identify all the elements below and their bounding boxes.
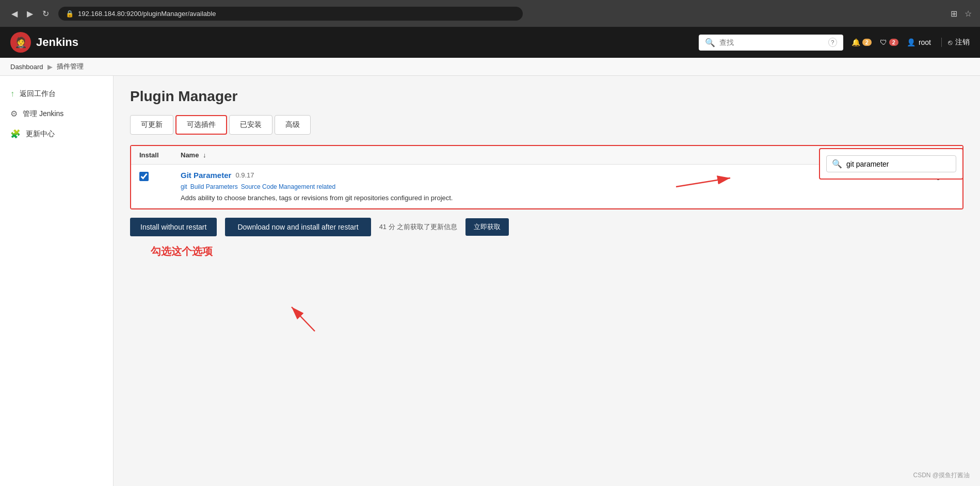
search-overlay-inner: 🔍 — [826, 155, 956, 172]
breadcrumb-dashboard[interactable]: Dashboard — [10, 63, 43, 71]
plugin-name-link[interactable]: Git Parameter — [181, 171, 231, 180]
back-workspace-icon: ↑ — [10, 89, 14, 99]
download-install-button[interactable]: Download now and install after restart — [225, 218, 371, 236]
tab-available[interactable]: 可选插件 — [175, 115, 227, 135]
security-icon: 🔒 — [66, 10, 74, 18]
username-label: root — [919, 38, 931, 46]
sidebar-item-label-update: 更新中心 — [26, 129, 55, 139]
browser-chrome: ◀ ▶ ↻ 🔒 192.168.184.80:9200/pluginManage… — [0, 0, 980, 27]
extension-icon: ⊞ — [951, 9, 957, 19]
tab-updatable[interactable]: 可更新 — [130, 115, 173, 135]
logout-label: 注销 — [955, 38, 970, 47]
header-actions: 🔔 2 🛡 2 👤 root ⎋ 注销 — [852, 38, 970, 47]
user-icon: 👤 — [907, 38, 915, 46]
jenkins-logo: 🤵 Jenkins — [10, 32, 78, 53]
tabs-container: 可更新 可选插件 已安装 高级 — [130, 115, 963, 135]
plugin-tags: git Build Parameters Source Code Managem… — [181, 183, 861, 191]
logout-button[interactable]: ⎋ 注销 — [941, 38, 970, 47]
notifications-button[interactable]: 🔔 2 — [852, 38, 872, 46]
svg-line-2 — [292, 307, 315, 331]
breadcrumb-current: 插件管理 — [57, 62, 84, 71]
install-without-restart-button[interactable]: Install without restart — [130, 218, 217, 236]
header-search-input[interactable] — [719, 38, 824, 46]
jenkins-logo-icon: 🤵 — [10, 32, 31, 53]
plugin-tag-build-params[interactable]: Build Parameters — [190, 183, 238, 191]
refresh-button[interactable]: ↻ — [39, 7, 52, 21]
page-title: Plugin Manager — [130, 88, 963, 105]
content-area: Plugin Manager 可更新 可选插件 已安装 高级 Install N… — [114, 76, 980, 486]
fetch-now-button[interactable]: 立即获取 — [465, 218, 509, 236]
star-icon: ☆ — [965, 9, 972, 19]
address-bar[interactable]: 🔒 192.168.184.80:9200/pluginManager/avai… — [58, 7, 523, 21]
watermark: CSDN @摸鱼打酱油 — [913, 471, 970, 480]
logout-icon: ⎋ — [948, 38, 952, 46]
annotations-svg — [114, 76, 980, 486]
tab-advanced[interactable]: 高级 — [275, 115, 311, 135]
back-button[interactable]: ◀ — [8, 7, 21, 21]
plugin-tag-git[interactable]: git — [181, 183, 187, 191]
sidebar: ↑ 返回工作台 ⚙ 管理 Jenkins 🧩 更新中心 — [0, 76, 114, 486]
col-header-install: Install — [139, 151, 181, 159]
security-alerts-button[interactable]: 🛡 2 — [880, 38, 898, 46]
sidebar-item-back-workspace[interactable]: ↑ 返回工作台 — [0, 84, 113, 104]
bell-icon: 🔔 — [852, 38, 860, 46]
tab-installed[interactable]: 已安装 — [229, 115, 272, 135]
sidebar-item-label-back: 返回工作台 — [20, 89, 56, 99]
main-layout: ↑ 返回工作台 ⚙ 管理 Jenkins 🧩 更新中心 Plugin Manag… — [0, 76, 980, 486]
plugin-install-checkbox[interactable] — [139, 172, 149, 181]
plugin-version: 0.9.17 — [235, 171, 254, 179]
header-search-box[interactable]: 🔍 ? — [699, 35, 843, 51]
notification-badge: 2 — [862, 39, 872, 46]
breadcrumb: Dashboard ▶ 插件管理 — [0, 58, 980, 76]
update-center-icon: 🧩 — [10, 129, 21, 139]
sidebar-item-update-center[interactable]: 🧩 更新中心 — [0, 124, 113, 144]
forward-button[interactable]: ▶ — [24, 7, 36, 21]
sidebar-item-manage-jenkins[interactable]: ⚙ 管理 Jenkins — [0, 104, 113, 124]
help-icon[interactable]: ? — [828, 38, 837, 47]
sidebar-item-label-manage: 管理 Jenkins — [23, 109, 63, 119]
search-icon: 🔍 — [705, 38, 715, 47]
plugin-info: Git Parameter 0.9.17 git Build Parameter… — [181, 171, 861, 202]
jenkins-logo-text: Jenkins — [36, 36, 78, 49]
user-menu-button[interactable]: 👤 root — [907, 38, 931, 46]
search-overlay-box: 🔍 — [819, 148, 963, 180]
action-buttons: Install without restart Download now and… — [130, 218, 963, 236]
col-name-sort-icon[interactable]: ↓ — [203, 151, 206, 159]
plugin-search-input[interactable] — [846, 160, 950, 168]
security-badge: 2 — [889, 39, 898, 46]
search-overlay-icon: 🔍 — [832, 159, 842, 169]
shield-icon: 🛡 — [880, 38, 887, 46]
col-header-name: Name ↓ — [181, 151, 861, 159]
annotation-checkbox-note: 勾选这个选项 — [151, 245, 963, 258]
jenkins-header: 🤵 Jenkins 🔍 ? 🔔 2 🛡 2 👤 root ⎋ 注销 — [0, 27, 980, 58]
plugin-checkbox-container — [139, 171, 181, 183]
plugin-name-line: Git Parameter 0.9.17 — [181, 171, 861, 180]
col-name-label: Name — [181, 151, 199, 159]
plugin-tag-scm[interactable]: Source Code Management related — [241, 183, 335, 191]
url-text: 192.168.184.80:9200/pluginManager/availa… — [78, 10, 216, 18]
browser-toolbar-icons: ⊞ ☆ — [951, 9, 972, 19]
breadcrumb-separator: ▶ — [47, 63, 53, 71]
plugin-description: Adds ability to choose branches, tags or… — [181, 194, 861, 202]
update-info-text: 41 分 之前获取了更新信息 — [379, 222, 458, 232]
manage-jenkins-icon: ⚙ — [10, 109, 18, 119]
browser-nav-buttons: ◀ ▶ ↻ — [8, 7, 52, 21]
